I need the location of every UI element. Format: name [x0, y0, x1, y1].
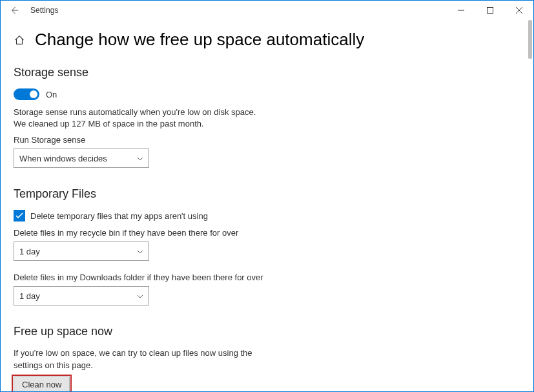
home-icon[interactable]	[14, 34, 25, 46]
delete-temp-files-checkbox[interactable]	[14, 210, 25, 222]
storage-sense-section: Storage sense On Storage sense runs auto…	[14, 66, 520, 168]
delete-temp-files-label: Delete temporary files that my apps aren…	[30, 211, 208, 221]
delete-temp-files-row: Delete temporary files that my apps aren…	[14, 210, 520, 222]
run-storage-sense-select[interactable]: When windows decides	[14, 149, 149, 168]
recycle-bin-value: 1 day	[19, 247, 40, 256]
chevron-down-icon	[137, 247, 143, 255]
storage-sense-toggle[interactable]	[14, 88, 39, 100]
recycle-bin-select[interactable]: 1 day	[14, 242, 149, 261]
titlebar: Settings	[1, 1, 533, 20]
run-storage-sense-label: Run Storage sense	[14, 135, 520, 145]
settings-window: Settings Change how we free up space aut…	[0, 0, 534, 392]
storage-sense-toggle-label: On	[46, 90, 57, 99]
page-title: Change how we free up space automaticall…	[35, 30, 364, 50]
back-button[interactable]	[5, 1, 24, 20]
content-area: Change how we free up space automaticall…	[1, 20, 533, 391]
svg-rect-1	[487, 8, 493, 14]
close-button[interactable]	[504, 1, 533, 20]
free-up-space-desc: If you're low on space, we can try to cl…	[14, 347, 252, 371]
temporary-files-heading: Temporary Files	[14, 187, 520, 201]
page-header: Change how we free up space automaticall…	[14, 30, 520, 50]
storage-sense-toggle-row: On	[14, 88, 520, 100]
storage-sense-desc: Storage sense runs automatically when yo…	[14, 107, 520, 130]
free-up-space-heading: Free up space now	[14, 325, 520, 338]
downloads-select[interactable]: 1 day	[14, 286, 149, 305]
recycle-bin-label: Delete files in my recycle bin if they h…	[14, 228, 520, 238]
downloads-value: 1 day	[19, 291, 40, 301]
run-storage-sense-value: When windows decides	[19, 154, 107, 163]
scrollbar[interactable]	[528, 20, 532, 59]
window-title: Settings	[30, 6, 58, 15]
chevron-down-icon	[137, 154, 143, 162]
clean-now-button[interactable]: Clean now	[14, 377, 70, 391]
free-up-space-section: Free up space now If you're low on space…	[14, 325, 520, 391]
maximize-button[interactable]	[475, 1, 504, 20]
chevron-down-icon	[137, 292, 143, 300]
minimize-button[interactable]	[446, 1, 475, 20]
downloads-label: Delete files in my Downloads folder if t…	[14, 273, 520, 282]
window-controls	[446, 1, 533, 20]
temporary-files-section: Temporary Files Delete temporary files t…	[14, 187, 520, 305]
storage-sense-heading: Storage sense	[14, 66, 520, 79]
